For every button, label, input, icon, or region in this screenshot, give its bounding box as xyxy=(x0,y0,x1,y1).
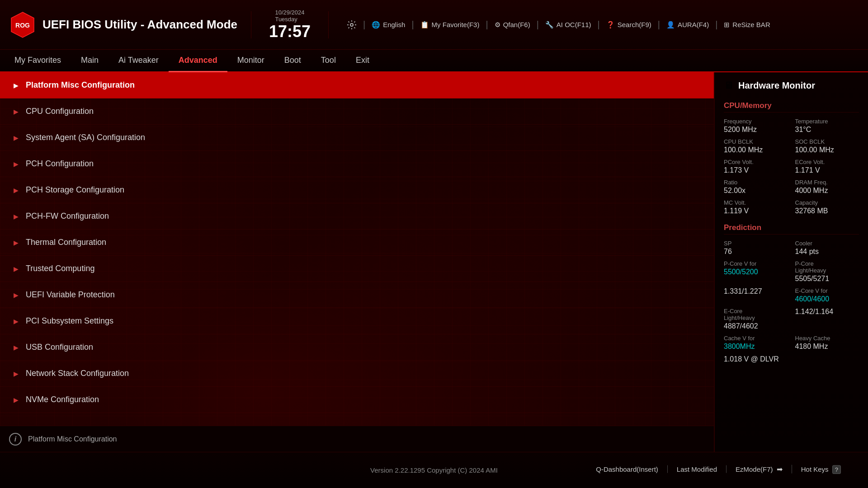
shortcut-resize-bar[interactable]: ⊞ ReSize BAR xyxy=(719,19,774,31)
stat-cpu-bclk-label: CPU BCLK xyxy=(724,138,788,145)
div5: | xyxy=(598,19,600,30)
menu-label-pch: PCH Configuration xyxy=(26,159,94,169)
menu-item-pch-config[interactable]: ▶ PCH Configuration xyxy=(0,151,714,177)
menu-label-cpu: CPU Configuration xyxy=(26,107,94,116)
stat-cooler: Cooler 144 pts xyxy=(795,240,859,256)
shortcut-ai-oc[interactable]: 🔧 AI OC(F11) xyxy=(541,19,596,31)
stat-capacity-label: Capacity xyxy=(795,199,859,206)
nav-main[interactable]: Main xyxy=(71,50,108,72)
arrow-icon-platform-misc: ▶ xyxy=(14,82,19,89)
menu-item-platform-misc[interactable]: ▶ Platform Misc Configuration xyxy=(0,72,714,99)
stat-sp: SP 76 xyxy=(724,240,788,256)
content-area: ▶ Platform Misc Configuration ▶ CPU Conf… xyxy=(0,72,868,452)
nav-monitor[interactable]: Monitor xyxy=(227,50,274,72)
stat-cache-v-for-value: 3800MHz xyxy=(724,343,788,351)
arrow-icon-pch-storage: ▶ xyxy=(14,187,19,194)
menu-item-network-stack[interactable]: ▶ Network Stack Configuration xyxy=(0,361,714,387)
shortcut-settings[interactable] xyxy=(342,18,361,32)
menu-item-pch-storage[interactable]: ▶ PCH Storage Configuration xyxy=(0,177,714,203)
nav-ai-tweaker[interactable]: Ai Tweaker xyxy=(108,50,169,72)
menu-item-trusted-computing[interactable]: ▶ Trusted Computing xyxy=(0,256,714,282)
favorite-icon: 📋 xyxy=(420,21,429,29)
cpu-memory-title: CPU/Memory xyxy=(724,101,859,113)
menu-label-pch-storage: PCH Storage Configuration xyxy=(26,185,124,195)
nav-boot[interactable]: Boot xyxy=(274,50,311,72)
shortcut-qfan[interactable]: ⚙ Qfan(F6) xyxy=(490,19,535,31)
shortcut-my-favorite[interactable]: 📋 My Favorite(F3) xyxy=(416,19,484,31)
menu-item-cpu-config[interactable]: ▶ CPU Configuration xyxy=(0,99,714,125)
settings-icon xyxy=(347,20,357,30)
menu-label-nvme: NVMe Configuration xyxy=(26,395,99,404)
main-panel: ▶ Platform Misc Configuration ▶ CPU Conf… xyxy=(0,72,714,452)
arrow-icon-thermal: ▶ xyxy=(14,239,19,246)
menu-item-system-agent[interactable]: ▶ System Agent (SA) Configuration xyxy=(0,125,714,151)
btn-hot-keys[interactable]: Hot Keys ? xyxy=(792,465,850,473)
stat-heavy-cache: Heavy Cache 4180 MHz xyxy=(795,335,859,351)
stat-ecore-volt: ECore Volt. 1.171 V xyxy=(795,159,859,174)
resize-label: ReSize BAR xyxy=(732,21,770,28)
stat-mc-volt-value: 1.119 V xyxy=(724,207,788,215)
nav-advanced[interactable]: Advanced xyxy=(169,50,227,72)
nav-my-favorites[interactable]: My Favorites xyxy=(5,50,71,72)
stat-capacity-value: 32768 MB xyxy=(795,207,859,215)
stat-heavy-cache-label: Heavy Cache xyxy=(795,335,859,342)
main-wrapper: ROG UEFI BIOS Utility - Advanced Mode 10… xyxy=(0,0,868,488)
menu-label-trusted: Trusted Computing xyxy=(26,264,94,273)
btn-q-dashboard[interactable]: Q-Dashboard(Insert) xyxy=(587,465,668,473)
stat-dlvr: 1.018 V @ DLVR xyxy=(724,355,859,363)
stat-dlvr-value: 1.018 V @ DLVR xyxy=(724,355,859,363)
stat-heavy-cache-value: 4180 MHz xyxy=(795,343,859,351)
menu-item-usb-config[interactable]: ▶ USB Configuration xyxy=(0,334,714,361)
menu-item-uefi-variable[interactable]: ▶ UEFI Variable Protection xyxy=(0,282,714,308)
resize-icon: ⊞ xyxy=(724,21,730,29)
btn-last-modified[interactable]: Last Modified xyxy=(668,465,726,473)
nav-exit[interactable]: Exit xyxy=(346,50,379,72)
div2: | xyxy=(411,19,414,30)
stat-pcore-volt: PCore Volt. 1.173 V xyxy=(724,159,788,174)
arrow-icon-pci: ▶ xyxy=(14,318,19,325)
stat-mc-volt-label: MC Volt. xyxy=(724,199,788,206)
menu-item-nvme-config[interactable]: ▶ NVMe Configuration xyxy=(0,387,714,413)
monitor-display-icon: 🖥 xyxy=(724,80,734,91)
english-label: English xyxy=(383,21,405,28)
shortcut-aura[interactable]: 👤 AURA(F4) xyxy=(662,19,713,31)
aura-label: AURA(F4) xyxy=(678,21,709,28)
bottom-actions: Q-Dashboard(Insert) Last Modified EzMode… xyxy=(587,465,850,473)
stat-cpu-bclk: CPU BCLK 100.00 MHz xyxy=(724,138,788,154)
hw-monitor-title: Hardware Monitor xyxy=(738,80,815,91)
menu-label-pch-fw: PCH-FW Configuration xyxy=(26,211,109,221)
menu-label-usb: USB Configuration xyxy=(26,343,93,352)
qfan-icon: ⚙ xyxy=(495,21,500,29)
arrow-icon-trusted: ▶ xyxy=(14,265,19,272)
btn-ez-mode[interactable]: EzMode(F7) ➡ xyxy=(726,465,792,473)
menu-label-uefi: UEFI Variable Protection xyxy=(26,290,115,300)
stat-soc-bclk: SOC BCLK 100.00 MHz xyxy=(795,138,859,154)
nav-bar: My Favorites Main Ai Tweaker Advanced Mo… xyxy=(0,50,868,72)
menu-label-network: Network Stack Configuration xyxy=(26,369,129,378)
stat-pcore-v-for-value: 5500/5200 xyxy=(724,268,788,276)
menu-item-pch-fw[interactable]: ▶ PCH-FW Configuration xyxy=(0,203,714,230)
menu-label-pci: PCI Subsystem Settings xyxy=(26,316,113,326)
time-text: 17:57 xyxy=(269,23,311,41)
stat-pcore-volt-value: 1.173 V xyxy=(724,166,788,174)
qfan-label: Qfan(F6) xyxy=(503,21,530,28)
stat-sp-label: SP xyxy=(724,240,788,247)
hardware-monitor-panel: 🖥 Hardware Monitor CPU/Memory Frequency … xyxy=(714,72,868,452)
bottom-bar: Q-Dashboard(Insert) Last Modified EzMode… xyxy=(0,452,868,488)
datetime-area: 10/29/2024Tuesday 17:57 xyxy=(265,9,315,41)
info-icon: i xyxy=(9,433,22,446)
shortcut-search[interactable]: ❓ Search(F9) xyxy=(602,19,656,31)
stat-pcore-lh-value: 5505/5271 xyxy=(795,275,859,283)
cpu-memory-grid: Frequency 5200 MHz Temperature 31°C CPU … xyxy=(724,118,859,215)
rog-logo-icon: ROG xyxy=(9,11,36,38)
date-text: 10/29/2024Tuesday xyxy=(275,9,304,23)
menu-item-thermal[interactable]: ▶ Thermal Configuration xyxy=(0,230,714,256)
arrow-icon-pch-fw: ▶ xyxy=(14,213,19,220)
svg-text:ROG: ROG xyxy=(15,22,30,29)
arrow-icon-pch: ▶ xyxy=(14,160,19,168)
stat-ecore-volt-label: ECore Volt. xyxy=(795,159,859,165)
nav-tool[interactable]: Tool xyxy=(311,50,346,72)
menu-item-pci-subsystem[interactable]: ▶ PCI Subsystem Settings xyxy=(0,308,714,334)
divider2 xyxy=(328,11,329,38)
shortcut-english[interactable]: 🌐 English xyxy=(367,19,410,31)
